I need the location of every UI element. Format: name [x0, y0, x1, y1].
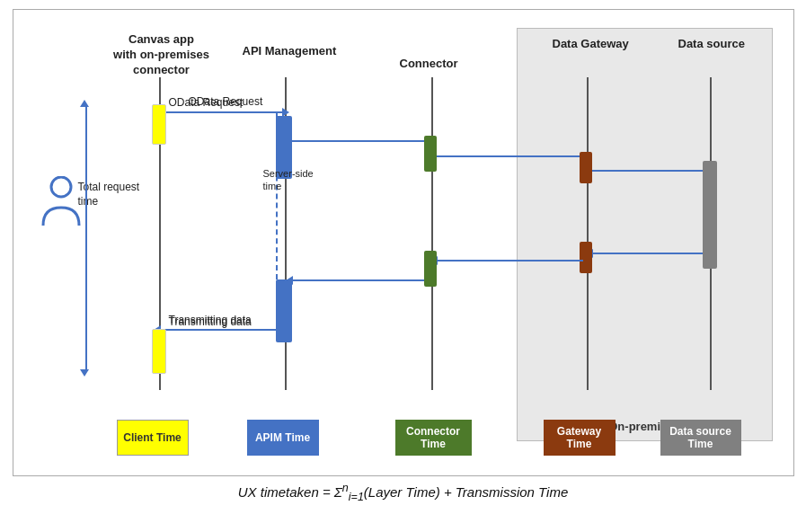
connector-header: Connector [400, 57, 458, 70]
apim-block-2 [276, 279, 292, 342]
formula: UX timetaken = Σni=1(Layer Time) + Trans… [238, 482, 569, 503]
gateway-datasource-arrow [592, 170, 709, 172]
connector-gateway-arrow [437, 155, 583, 157]
apim-header: API Management [243, 44, 337, 58]
client-time-legend: Client Time [117, 420, 189, 456]
connector-block-1 [424, 136, 437, 172]
server-side-label: Server-side time [263, 167, 317, 193]
diagram-box: On-premises Canvas appwith on-premisesco… [13, 9, 794, 476]
data-source-header: Data source [678, 37, 745, 50]
odata-label: OData Request [169, 96, 244, 109]
total-time-arrow-down [80, 369, 89, 377]
onprem-region: On-premises [517, 28, 773, 441]
apim-connector-arrow [292, 140, 430, 142]
data-gateway-vline [587, 77, 589, 390]
data-gateway-header: Data Gateway [553, 37, 629, 50]
connector-block-2 [424, 251, 437, 287]
canvas-block-bottom [152, 329, 166, 374]
connector-apim-return [292, 279, 424, 281]
gateway-block-2 [580, 242, 592, 273]
total-request-time-label: Total request time [78, 181, 141, 208]
gateway-time-legend: Gateway Time [544, 420, 616, 456]
person-icon [39, 176, 84, 230]
gateway-block-1 [580, 152, 592, 183]
svg-point-0 [51, 177, 71, 197]
connector-time-legend: Connector Time [395, 420, 472, 456]
transmitting-label2: Transmitting data [169, 315, 252, 328]
connector-vline [431, 77, 433, 390]
gateway-connector-return [437, 260, 583, 262]
apim-time-legend: APIM Time [247, 420, 319, 456]
total-time-arrow-up [80, 100, 89, 107]
canvas-header: Canvas appwith on-premisesconnector [108, 32, 216, 78]
total-time-vline [85, 107, 87, 372]
datasource-gateway-return [592, 253, 703, 254]
odata-request-arrow [160, 111, 283, 113]
datasource-block [703, 161, 717, 269]
datasource-time-legend: Data source Time [660, 420, 741, 456]
main-container: On-premises Canvas appwith on-premisesco… [0, 0, 806, 532]
canvas-block-top [152, 104, 166, 145]
server-side-dashed [276, 113, 278, 279]
apim-canvas-return [160, 329, 276, 331]
